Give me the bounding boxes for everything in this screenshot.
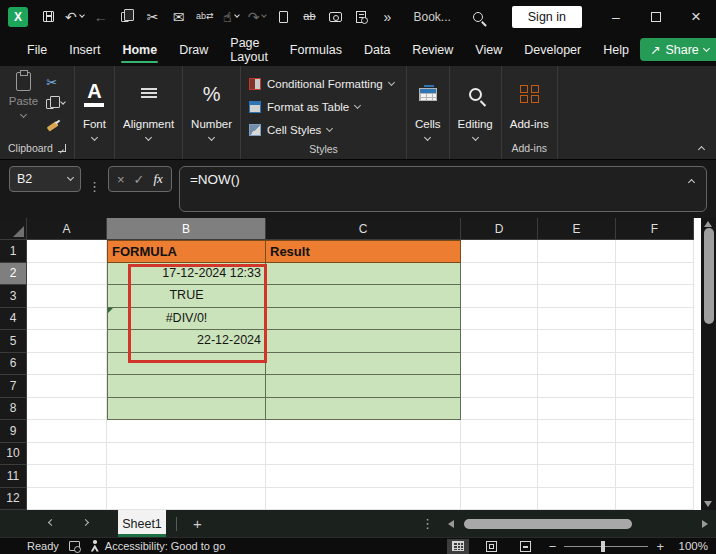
select-all-corner[interactable] <box>0 218 27 240</box>
cell-styles-button[interactable]: Cell Styles <box>249 120 394 140</box>
tab-data[interactable]: Data <box>353 33 401 66</box>
tab-draw[interactable]: Draw <box>168 33 219 66</box>
tab-file[interactable]: File <box>16 33 58 66</box>
overflow-button[interactable]: » <box>375 4 399 30</box>
cell-D8[interactable] <box>461 398 538 421</box>
confirm-button[interactable]: ✓ <box>134 172 145 187</box>
cell-A11[interactable] <box>27 465 107 488</box>
cell-B4[interactable]: #DIV/0! <box>107 308 266 331</box>
number-group-button[interactable]: % Number <box>191 72 232 140</box>
cell-D10[interactable] <box>461 443 538 466</box>
cell-D5[interactable] <box>461 330 538 353</box>
cell-A8[interactable] <box>27 398 107 421</box>
tab-view[interactable]: View <box>464 33 513 66</box>
cell-E1[interactable] <box>538 240 616 263</box>
scroll-up-icon[interactable] <box>704 221 712 227</box>
row-header-6[interactable]: 6 <box>0 353 27 376</box>
cell-C10[interactable] <box>266 443 461 466</box>
cut-button[interactable]: ✂ <box>141 4 165 30</box>
cell-F9[interactable] <box>616 420 694 443</box>
cell-D12[interactable] <box>461 488 538 511</box>
cell-C2[interactable] <box>266 263 461 286</box>
search-button[interactable] <box>458 0 498 33</box>
scroll-right-icon[interactable] <box>702 520 708 528</box>
row-header-11[interactable]: 11 <box>0 465 27 488</box>
column-header-A[interactable]: A <box>27 218 107 240</box>
column-header-B[interactable]: B <box>107 218 266 240</box>
row-header-1[interactable]: 1 <box>0 240 27 263</box>
vertical-scrollbar[interactable] <box>694 218 716 510</box>
cell-F11[interactable] <box>616 465 694 488</box>
cell-F12[interactable] <box>616 488 694 511</box>
cell-C7[interactable] <box>266 375 461 398</box>
zoom-slider-thumb[interactable] <box>601 541 605 552</box>
cell-F2[interactable] <box>616 263 694 286</box>
cell-E6[interactable] <box>538 353 616 376</box>
row-header-12[interactable]: 12 <box>0 488 27 511</box>
cell-E3[interactable] <box>538 285 616 308</box>
cell-F4[interactable] <box>616 308 694 331</box>
tab-insert[interactable]: Insert <box>58 33 111 66</box>
cell-E2[interactable] <box>538 263 616 286</box>
find-replace-button[interactable]: ab⇄ <box>193 4 217 30</box>
cell-A3[interactable] <box>27 285 107 308</box>
cell-C3[interactable] <box>266 285 461 308</box>
cell-F10[interactable] <box>616 443 694 466</box>
scroll-down-icon[interactable] <box>704 501 712 507</box>
cell-F7[interactable] <box>616 375 694 398</box>
cell-A1[interactable] <box>27 240 107 263</box>
cell-E11[interactable] <box>538 465 616 488</box>
cell-C11[interactable] <box>266 465 461 488</box>
tab-review[interactable]: Review <box>401 33 464 66</box>
close-button[interactable]: × <box>676 0 716 33</box>
sheet-prev-button[interactable] <box>34 510 68 537</box>
tab-page-layout[interactable]: Page Layout <box>219 33 279 66</box>
tab-home[interactable]: Home <box>111 33 168 66</box>
zoom-out-button[interactable]: − <box>549 539 557 554</box>
cell-C8[interactable] <box>266 398 461 421</box>
cell-E10[interactable] <box>538 443 616 466</box>
signin-button[interactable]: Sign in <box>512 6 582 28</box>
editing-group-button[interactable]: Editing <box>458 72 493 140</box>
cell-D1[interactable] <box>461 240 538 263</box>
copy-button[interactable] <box>115 4 139 30</box>
row-header-2[interactable]: 2 <box>0 263 27 286</box>
cell-F5[interactable] <box>616 330 694 353</box>
cell-F3[interactable] <box>616 285 694 308</box>
zoom-in-button[interactable]: + <box>656 539 664 554</box>
row-header-10[interactable]: 10 <box>0 443 27 466</box>
format-painter-button[interactable] <box>46 116 65 133</box>
record-macro-icon[interactable] <box>69 541 80 551</box>
cell-C1[interactable]: Result <box>266 240 461 263</box>
camera-button[interactable] <box>323 4 347 30</box>
cell-D11[interactable] <box>461 465 538 488</box>
cell-C9[interactable] <box>266 420 461 443</box>
touch-mode-button[interactable]: ☝ <box>219 4 243 30</box>
cell-A4[interactable] <box>27 308 107 331</box>
cell-A5[interactable] <box>27 330 107 353</box>
insert-function-button[interactable]: fx <box>154 171 163 187</box>
row-header-7[interactable]: 7 <box>0 375 27 398</box>
cancel-button[interactable]: × <box>117 172 125 187</box>
minimize-button[interactable]: – <box>596 0 636 33</box>
cell-A2[interactable] <box>27 263 107 286</box>
cell-B7[interactable] <box>107 375 266 398</box>
vertical-scrollbar-track[interactable] <box>701 218 716 510</box>
share-email-button[interactable]: ✉ <box>167 4 191 30</box>
cell-B12[interactable] <box>107 488 266 511</box>
row-header-4[interactable]: 4 <box>0 308 27 331</box>
name-box[interactable]: B2 <box>9 166 81 192</box>
normal-view-button[interactable] <box>447 539 469 554</box>
row-header-8[interactable]: 8 <box>0 398 27 421</box>
formula-bar-options-icon[interactable]: ⋮ <box>88 179 101 194</box>
cell-B11[interactable] <box>107 465 266 488</box>
sheet-tab-sheet1[interactable]: Sheet1 <box>118 510 166 537</box>
clipboard-dialog-launcher-icon[interactable] <box>58 144 66 152</box>
copy-button[interactable] <box>46 95 65 112</box>
addins-button[interactable]: Add-ins <box>510 72 549 130</box>
cell-C4[interactable] <box>266 308 461 331</box>
cell-E12[interactable] <box>538 488 616 511</box>
row-header-5[interactable]: 5 <box>0 330 27 353</box>
cell-F1[interactable] <box>616 240 694 263</box>
vertical-scrollbar-thumb[interactable] <box>704 228 714 324</box>
